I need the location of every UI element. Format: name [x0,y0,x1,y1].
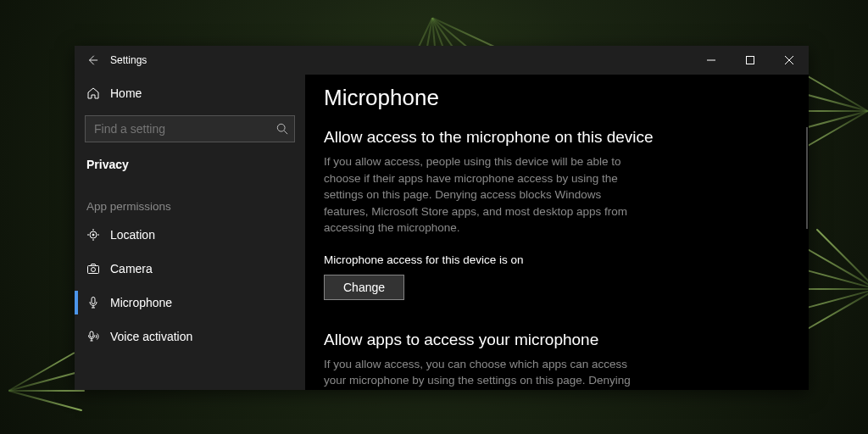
section-apps-access: Allow apps to access your microphone If … [324,331,787,390]
microphone-icon [86,296,110,309]
voice-activation-icon [86,330,110,343]
camera-icon [86,262,110,275]
section-description: If you allow access, you can choose whic… [324,356,637,390]
sidebar-item-location[interactable]: Location [75,218,305,252]
svg-rect-8 [88,266,99,274]
sidebar-item-label: Location [110,228,155,242]
sidebar-item-label: Voice activation [110,330,192,343]
section-description: If you allow access, people using this d… [324,153,637,236]
minimize-icon [707,56,715,64]
content-pane: Microphone Allow access to the microphon… [305,75,809,390]
sidebar-item-microphone[interactable]: Microphone [75,286,305,320]
close-button[interactable] [770,46,809,75]
location-icon [86,228,110,242]
maximize-icon [746,56,754,64]
back-button[interactable] [75,46,110,75]
section-title: Allow access to the microphone on this d… [324,128,787,147]
window-title: Settings [110,54,147,66]
search-input[interactable] [85,115,295,142]
home-nav[interactable]: Home [75,76,305,110]
sidebar: Home Privacy App permissions Location [75,75,305,390]
sidebar-item-label: Camera [110,262,153,275]
window-controls [692,46,809,75]
sidebar-item-voice-activation[interactable]: Voice activation [75,320,305,353]
section-device-access: Allow access to the microphone on this d… [324,128,787,300]
titlebar: Settings [75,46,809,75]
settings-window: Settings Home [75,46,809,390]
minimize-button[interactable] [692,46,731,75]
category-label: Privacy [75,149,305,176]
access-status: Microphone access for this device is on [324,253,787,266]
sidebar-item-label: Microphone [110,296,172,309]
arrow-left-icon [86,54,98,66]
svg-rect-1 [747,57,754,64]
group-header: App permissions [75,176,305,218]
sidebar-item-camera[interactable]: Camera [75,252,305,286]
page-title: Microphone [324,85,787,111]
home-icon [86,86,110,100]
svg-point-9 [92,268,96,272]
change-button[interactable]: Change [324,275,404,300]
scrollbar[interactable] [806,127,808,229]
section-title: Allow apps to access your microphone [324,331,787,349]
close-icon [785,56,793,64]
svg-rect-10 [92,298,95,304]
svg-point-7 [92,234,94,236]
maximize-button[interactable] [731,46,770,75]
home-label: Home [110,86,142,100]
svg-rect-11 [90,331,93,337]
